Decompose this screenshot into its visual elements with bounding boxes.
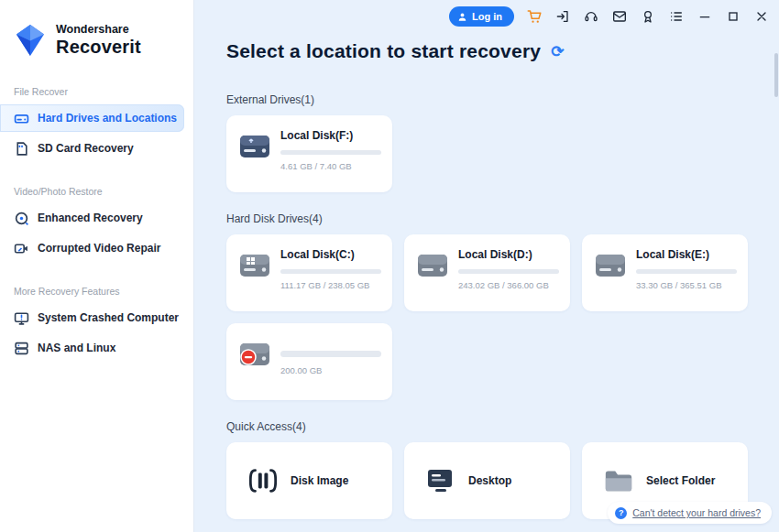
sidebar-item-corrupted-video-repair[interactable]: Corrupted Video Repair [0, 234, 184, 262]
hard-drive-icon [14, 111, 29, 126]
sidebar-item-label: System Crashed Computer [38, 311, 179, 324]
section-label-quick-access: Quick Access(4) [226, 420, 759, 433]
enhanced-recovery-icon [14, 211, 29, 226]
page-title: Select a location to start recovery [226, 40, 541, 62]
drive-capacity: 33.30 GB / 365.51 GB [636, 280, 737, 290]
section-label-hard-disk-drives: Hard Disk Drives(4) [226, 212, 759, 225]
drive-name: Local Disk(D:) [458, 248, 559, 261]
rewards-badge-icon[interactable] [640, 8, 656, 25]
drive-capacity: 243.02 GB / 366.00 GB [458, 280, 559, 290]
sidebar: Wondershare Recoverit File Recover Hard … [0, 0, 194, 532]
refresh-icon[interactable]: ⟳ [551, 44, 564, 60]
help-question-icon: ? [615, 507, 627, 519]
main-panel: Log in [194, 0, 779, 532]
sidebar-item-label: Hard Drives and Locations [38, 112, 177, 125]
sidebar-item-label: Enhanced Recovery [38, 212, 143, 224]
brand-logo-block: Wondershare Recoverit [0, 0, 193, 59]
hard-disk-icon [416, 251, 449, 280]
quick-access-label: Select Folder [646, 474, 715, 487]
import-icon[interactable] [554, 8, 571, 25]
section-label-external-drives: External Drives(1) [226, 93, 759, 106]
brand-line1: Wondershare [56, 24, 141, 37]
help-link-label: Can't detect your hard drives? [632, 507, 761, 518]
drive-card-local-disk-f[interactable]: Local Disk(F:) 4.61 GB / 7.40 GB [226, 115, 392, 192]
sidebar-item-label: NAS and Linux [38, 342, 115, 354]
maximize-button[interactable] [725, 8, 741, 25]
drive-capacity: 111.17 GB / 238.05 GB [280, 280, 381, 290]
sidebar-item-enhanced-recovery[interactable]: Enhanced Recovery [0, 204, 184, 232]
quick-access-disk-image[interactable]: Disk Image [226, 442, 392, 519]
capacity-bar [458, 269, 559, 274]
drive-capacity: 4.61 GB / 7.40 GB [280, 161, 381, 171]
titlebar-actions: Log in [449, 6, 770, 27]
sidebar-item-nas-and-linux[interactable]: NAS and Linux [0, 334, 184, 362]
disk-image-icon [247, 467, 279, 494]
sidebar-section-video-photo-restore: Video/Photo Restore [0, 186, 193, 197]
quick-access-desktop[interactable]: Desktop [404, 442, 570, 519]
capacity-bar [280, 150, 381, 155]
folder-icon [603, 467, 634, 494]
video-repair-icon [14, 241, 29, 256]
sidebar-item-hard-drives-and-locations[interactable]: Hard Drives and Locations [0, 104, 184, 132]
sidebar-item-label: SD Card Recovery [38, 142, 134, 155]
sidebar-section-more-recovery-features: More Recovery Features [0, 286, 193, 297]
sd-card-icon [14, 141, 29, 157]
external-drive-icon [238, 132, 271, 161]
sidebar-item-system-crashed-computer[interactable]: System Crashed Computer [0, 304, 184, 331]
support-headset-icon[interactable] [583, 8, 599, 25]
brand-line2: Recoverit [56, 37, 141, 57]
app-window: Wondershare Recoverit File Recover Hard … [0, 0, 779, 532]
desktop-icon [425, 467, 456, 494]
login-button[interactable]: Log in [449, 6, 514, 27]
drive-card-local-disk-d[interactable]: Local Disk(D:) 243.02 GB / 366.00 GB [404, 234, 570, 311]
quick-access-label: Desktop [468, 474, 511, 487]
recoverit-logo-icon [12, 22, 49, 59]
close-button[interactable] [753, 8, 770, 25]
menu-list-icon[interactable] [668, 8, 685, 25]
sidebar-item-label: Corrupted Video Repair [38, 242, 160, 255]
system-drive-windows-icon [238, 251, 271, 280]
drive-card-local-disk-e[interactable]: Local Disk(E:) 33.30 GB / 365.51 GB [582, 234, 748, 311]
crashed-computer-icon [14, 310, 29, 326]
drive-name: Local Disk(C:) [280, 248, 381, 261]
cant-detect-drives-link[interactable]: ? Can't detect your hard drives? [608, 502, 772, 524]
login-button-label: Log in [472, 11, 502, 22]
sidebar-section-file-recover: File Recover [0, 86, 193, 97]
capacity-bar [280, 351, 381, 357]
nas-server-icon [14, 341, 29, 356]
capacity-bar [280, 269, 381, 274]
quick-access-label: Disk Image [291, 474, 348, 487]
hard-disk-icon [594, 251, 627, 280]
mail-icon[interactable] [611, 8, 628, 25]
drive-name: Local Disk(F:) [280, 129, 381, 142]
cart-icon[interactable] [526, 8, 543, 25]
minimize-button[interactable] [697, 8, 713, 25]
drive-card-local-disk-c[interactable]: Local Disk(C:) 111.17 GB / 238.05 GB [226, 234, 392, 311]
drive-card-unallocated[interactable]: 200.00 GB [226, 323, 392, 400]
scrollbar-thumb[interactable] [774, 53, 778, 97]
drive-name: Local Disk(E:) [636, 248, 737, 261]
capacity-bar [636, 269, 737, 274]
drive-capacity: 200.00 GB [280, 365, 381, 375]
unallocated-drive-icon [238, 340, 271, 369]
location-list: External Drives(1) Local Disk(F:) 4.61 G… [226, 93, 759, 519]
sidebar-item-sd-card-recovery[interactable]: SD Card Recovery [0, 135, 184, 162]
